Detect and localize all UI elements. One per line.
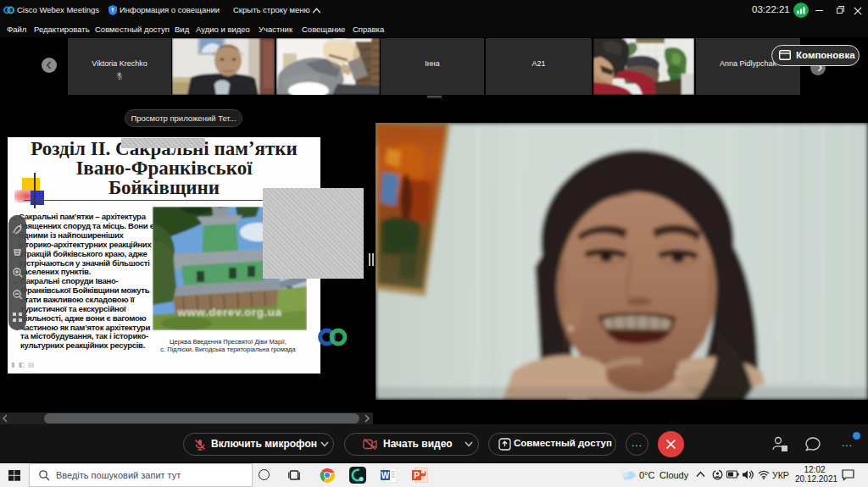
- svg-text:W: W: [381, 471, 390, 480]
- svg-text:www.derev.org.ua: www.derev.org.ua: [177, 306, 282, 318]
- svg-text:P: P: [414, 471, 420, 480]
